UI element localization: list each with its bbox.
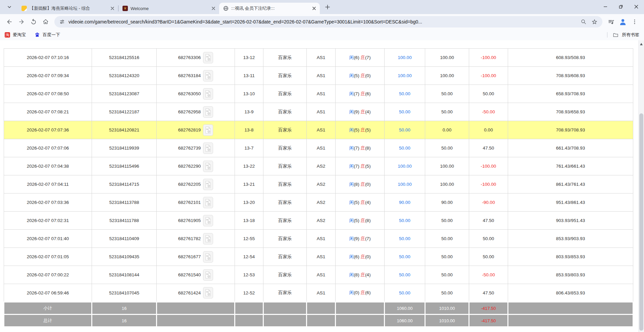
home-icon[interactable] (40, 16, 52, 28)
game-type-cell: 百家乐 (263, 193, 307, 212)
bookmark-label: 百度一下 (43, 32, 60, 38)
player-points: (0) (354, 290, 360, 295)
video-replay-button[interactable] (203, 106, 213, 118)
media-controls-icon[interactable] (605, 16, 617, 28)
tab-close-icon[interactable] (109, 5, 115, 11)
bookmarks-divider (607, 32, 607, 38)
bet-detail-cell: 闲(5) 庄(0) (336, 67, 385, 85)
banker-points: (5) (365, 127, 371, 132)
table-row[interactable]: 2026-02-07 07:10:16523184125516682763306… (4, 49, 633, 67)
table-row[interactable]: 2026-02-07 07:07:36523184120821682762819… (4, 121, 633, 139)
tab-title: :::视讯 会员下注纪录::: (231, 5, 308, 11)
url-text[interactable]: videoie.com/game/betrecord_search/kind3?… (68, 19, 422, 24)
round-cell: 13-8 (235, 121, 263, 139)
bet-detail-cell: 闲(6) 庄(0) (336, 248, 385, 266)
scrollbar-up-arrow-icon[interactable] (640, 43, 643, 45)
player-points: (9) (354, 109, 360, 114)
scrollbar-thumb[interactable] (639, 113, 643, 331)
table-row[interactable]: 2026-02-07 07:04:11523184114715682762205… (4, 175, 633, 193)
bet-time-cell: 2026-02-07 07:07:06 (4, 139, 92, 157)
address-bar[interactable]: videoie.com/game/betrecord_search/kind3?… (54, 16, 602, 27)
game-no-cell: 682762819 (157, 121, 235, 139)
video-replay-button[interactable] (203, 124, 213, 136)
table-name-cell: AS1 (307, 248, 336, 266)
video-replay-button[interactable] (203, 70, 213, 81)
table-row[interactable]: 2026-02-07 07:01:05523184109435682761677… (4, 248, 633, 266)
menu-kebab-icon[interactable] (629, 16, 641, 28)
video-replay-button[interactable] (203, 251, 213, 263)
table-row[interactable]: 2026-02-07 07:09:34523184124320682763184… (4, 67, 633, 85)
table-row[interactable]: 2026-02-07 07:04:38523184115496682762290… (4, 157, 633, 175)
reload-icon[interactable] (28, 16, 40, 28)
valid-amount-cell: 50.00 (425, 85, 469, 103)
table-row[interactable]: 2026-02-07 07:01:40523184110409682761782… (4, 230, 633, 248)
summary-bet-total-cell: 1060.00 (385, 315, 425, 327)
restore-button[interactable] (613, 0, 629, 13)
bet-time-cell: 2026-02-07 07:10:16 (4, 49, 92, 67)
player-label: 闲 (349, 55, 354, 60)
player-label: 闲 (349, 146, 354, 151)
zoom-magnifier-icon[interactable] (581, 19, 587, 25)
site-settings-tune-icon[interactable] (59, 19, 65, 25)
banker-label: 庄 (360, 164, 365, 169)
minimize-button[interactable] (598, 0, 613, 13)
video-replay-button[interactable] (203, 52, 213, 63)
valid-amount-cell: 50.00 (425, 139, 469, 157)
summary-valid-total-cell: 1010.00 (425, 315, 469, 327)
video-replay-button[interactable] (203, 233, 213, 244)
table-name-cell: AS1 (307, 67, 336, 85)
table-row[interactable]: 2026-02-07 07:03:36523184113788682762101… (4, 193, 633, 212)
tab-forum[interactable]: 【新提醒】海燕策略论坛 - 综合 (17, 3, 118, 14)
banker-label: 庄 (360, 200, 365, 205)
table-name-cell: AS2 (307, 193, 336, 212)
table-row[interactable]: 2026-02-07 07:08:50523184123087682763050… (4, 85, 633, 103)
close-window-button[interactable] (629, 0, 644, 13)
forum-favicon-icon (21, 6, 27, 11)
table-row[interactable]: 2026-02-07 06:59:46523184107045682761424… (4, 284, 633, 302)
table-row[interactable]: 2026-02-07 07:02:31523184111788682761905… (4, 212, 633, 230)
profile-avatar[interactable] (617, 16, 629, 27)
bookmark-star-icon[interactable] (591, 19, 598, 25)
order-no-cell: 523184110409 (92, 230, 157, 248)
video-replay-button[interactable] (203, 143, 213, 154)
game-type-cell: 百家乐 (263, 139, 307, 157)
bet-detail-cell: 闲(7) 庄(5) (336, 157, 385, 175)
video-replay-button[interactable] (203, 197, 213, 208)
table-row[interactable]: 2026-02-07 07:08:21523184122187682762958… (4, 103, 633, 121)
globe-icon (223, 6, 229, 11)
player-label: 闲 (349, 182, 354, 187)
casino-favicon-icon: ♛ (122, 6, 128, 11)
video-replay-button[interactable] (203, 161, 213, 172)
bookmark-taobao[interactable]: 淘 爱淘宝 (5, 32, 26, 38)
bet-time-cell: 2026-02-07 07:04:11 (4, 175, 92, 193)
video-replay-button[interactable] (203, 269, 213, 281)
round-cell: 12-53 (235, 266, 263, 284)
order-no-cell: 523184123087 (92, 85, 157, 103)
bookmark-baidu[interactable]: 百度一下 (35, 32, 60, 38)
game-no-cell: 682762958 (157, 103, 235, 121)
tab-close-icon[interactable] (311, 5, 317, 11)
tab-list-chevron-icon[interactable] (5, 2, 14, 12)
video-replay-button[interactable] (203, 179, 213, 190)
tab-bet-record[interactable]: :::视讯 会员下注纪录::: (219, 3, 320, 14)
video-replay-button[interactable] (203, 88, 213, 100)
video-replay-button[interactable] (203, 287, 213, 298)
new-tab-button[interactable] (323, 2, 332, 12)
bet-amount-cell: 50.00 (385, 230, 425, 248)
back-icon[interactable] (3, 16, 15, 28)
page-scrollbar[interactable] (638, 40, 644, 332)
round-cell: 13-21 (235, 175, 263, 193)
video-replay-button[interactable] (203, 215, 213, 226)
tab-close-icon[interactable] (210, 5, 216, 11)
all-bookmarks[interactable]: 所有书签 (607, 32, 639, 38)
table-row[interactable]: 2026-02-07 07:00:22523184108144682761540… (4, 266, 633, 284)
game-type-cell: 百家乐 (263, 121, 307, 139)
table-row[interactable]: 2026-02-07 07:07:06523184119939682762739… (4, 139, 633, 157)
balance-cell: 951.43/861.43 (508, 193, 633, 212)
tab-welcome[interactable]: ♛ Welcome (118, 3, 219, 14)
summary-empty-cell (157, 315, 235, 327)
forward-icon[interactable] (15, 16, 28, 28)
table-name-cell: AS1 (307, 266, 336, 284)
valid-amount-cell: 100.00 (425, 175, 469, 193)
order-no-cell: 523184125516 (92, 49, 157, 67)
